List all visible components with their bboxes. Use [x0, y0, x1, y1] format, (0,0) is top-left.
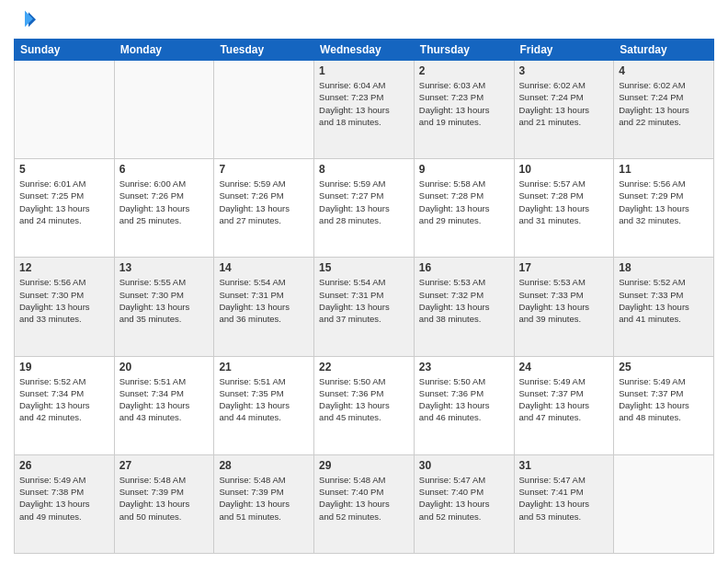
weekday-header: Wednesday — [314, 40, 415, 61]
calendar-cell: 7Sunrise: 5:59 AM Sunset: 7:26 PM Daylig… — [214, 159, 314, 258]
calendar-cell: 19Sunrise: 5:52 AM Sunset: 7:34 PM Dayli… — [15, 356, 115, 454]
cell-text: Sunrise: 5:49 AM Sunset: 7:38 PM Dayligh… — [19, 474, 109, 523]
calendar-cell: 16Sunrise: 5:53 AM Sunset: 7:32 PM Dayli… — [414, 258, 514, 356]
cell-text: Sunrise: 5:53 AM Sunset: 7:33 PM Dayligh… — [519, 276, 609, 325]
day-number: 1 — [319, 64, 409, 77]
day-number: 6 — [119, 163, 210, 176]
cell-text: Sunrise: 5:47 AM Sunset: 7:41 PM Dayligh… — [519, 474, 609, 523]
calendar-week-row: 12Sunrise: 5:56 AM Sunset: 7:30 PM Dayli… — [15, 258, 714, 356]
calendar-cell: 25Sunrise: 5:49 AM Sunset: 7:37 PM Dayli… — [614, 356, 714, 454]
day-number: 2 — [419, 64, 509, 77]
day-number: 4 — [619, 64, 709, 77]
calendar-cell: 22Sunrise: 5:50 AM Sunset: 7:36 PM Dayli… — [314, 356, 415, 454]
calendar-cell: 14Sunrise: 5:54 AM Sunset: 7:31 PM Dayli… — [214, 258, 314, 356]
cell-text: Sunrise: 5:59 AM Sunset: 7:27 PM Dayligh… — [319, 178, 409, 226]
cell-text: Sunrise: 5:50 AM Sunset: 7:36 PM Dayligh… — [419, 375, 509, 424]
cell-text: Sunrise: 5:56 AM Sunset: 7:29 PM Dayligh… — [619, 178, 709, 226]
calendar-cell: 21Sunrise: 5:51 AM Sunset: 7:35 PM Dayli… — [214, 356, 314, 454]
calendar-cell: 11Sunrise: 5:56 AM Sunset: 7:29 PM Dayli… — [614, 159, 714, 258]
day-number: 16 — [419, 261, 509, 274]
calendar-cell: 30Sunrise: 5:47 AM Sunset: 7:40 PM Dayli… — [414, 454, 514, 553]
calendar-cell: 24Sunrise: 5:49 AM Sunset: 7:37 PM Dayli… — [514, 356, 614, 454]
weekday-header: Tuesday — [214, 40, 314, 61]
calendar-cell — [114, 61, 214, 159]
cell-text: Sunrise: 5:55 AM Sunset: 7:30 PM Dayligh… — [119, 276, 210, 325]
calendar-cell: 12Sunrise: 5:56 AM Sunset: 7:30 PM Dayli… — [15, 258, 115, 356]
calendar-cell: 9Sunrise: 5:58 AM Sunset: 7:28 PM Daylig… — [414, 159, 514, 258]
day-number: 20 — [119, 361, 210, 373]
day-number: 14 — [219, 261, 309, 274]
day-number: 5 — [19, 163, 109, 176]
weekday-header: Saturday — [614, 40, 714, 61]
calendar-cell: 4Sunrise: 6:02 AM Sunset: 7:24 PM Daylig… — [614, 61, 714, 159]
calendar-cell: 6Sunrise: 6:00 AM Sunset: 7:26 PM Daylig… — [114, 159, 214, 258]
day-number: 27 — [119, 459, 210, 472]
cell-text: Sunrise: 5:59 AM Sunset: 7:26 PM Dayligh… — [219, 178, 309, 226]
day-number: 18 — [619, 261, 709, 274]
day-number: 19 — [19, 361, 109, 373]
weekday-header-row: SundayMondayTuesdayWednesdayThursdayFrid… — [15, 40, 714, 61]
cell-text: Sunrise: 5:51 AM Sunset: 7:34 PM Dayligh… — [119, 375, 210, 424]
day-number: 23 — [419, 361, 509, 373]
cell-text: Sunrise: 5:47 AM Sunset: 7:40 PM Dayligh… — [419, 474, 509, 523]
day-number: 13 — [119, 261, 210, 274]
header — [14, 9, 714, 31]
weekday-header: Thursday — [414, 40, 514, 61]
calendar-table: SundayMondayTuesdayWednesdayThursdayFrid… — [14, 39, 714, 554]
day-number: 15 — [319, 261, 409, 274]
cell-text: Sunrise: 6:02 AM Sunset: 7:24 PM Dayligh… — [519, 79, 609, 128]
day-number: 29 — [319, 459, 409, 472]
day-number: 24 — [519, 361, 609, 373]
cell-text: Sunrise: 5:50 AM Sunset: 7:36 PM Dayligh… — [319, 375, 409, 424]
weekday-header: Sunday — [15, 40, 115, 61]
cell-text: Sunrise: 5:51 AM Sunset: 7:35 PM Dayligh… — [219, 375, 309, 424]
calendar-cell: 20Sunrise: 5:51 AM Sunset: 7:34 PM Dayli… — [114, 356, 214, 454]
day-number: 10 — [519, 163, 609, 176]
cell-text: Sunrise: 5:49 AM Sunset: 7:37 PM Dayligh… — [519, 375, 609, 424]
calendar-cell: 18Sunrise: 5:52 AM Sunset: 7:33 PM Dayli… — [614, 258, 714, 356]
calendar-cell: 15Sunrise: 5:54 AM Sunset: 7:31 PM Dayli… — [314, 258, 415, 356]
cell-text: Sunrise: 6:04 AM Sunset: 7:23 PM Dayligh… — [319, 79, 409, 128]
cell-text: Sunrise: 6:02 AM Sunset: 7:24 PM Dayligh… — [619, 79, 709, 128]
cell-text: Sunrise: 5:58 AM Sunset: 7:28 PM Dayligh… — [419, 178, 509, 226]
page: SundayMondayTuesdayWednesdayThursdayFrid… — [0, 0, 728, 563]
weekday-header: Monday — [114, 40, 214, 61]
cell-text: Sunrise: 5:57 AM Sunset: 7:28 PM Dayligh… — [519, 178, 609, 226]
calendar-cell — [614, 454, 714, 553]
cell-text: Sunrise: 5:49 AM Sunset: 7:37 PM Dayligh… — [619, 375, 709, 424]
cell-text: Sunrise: 6:03 AM Sunset: 7:23 PM Dayligh… — [419, 79, 509, 128]
cell-text: Sunrise: 5:56 AM Sunset: 7:30 PM Dayligh… — [19, 276, 109, 325]
weekday-header: Friday — [514, 40, 614, 61]
cell-text: Sunrise: 5:54 AM Sunset: 7:31 PM Dayligh… — [219, 276, 309, 325]
day-number: 21 — [219, 361, 309, 373]
day-number: 26 — [19, 459, 109, 472]
calendar-cell: 5Sunrise: 6:01 AM Sunset: 7:25 PM Daylig… — [15, 159, 115, 258]
calendar-cell: 28Sunrise: 5:48 AM Sunset: 7:39 PM Dayli… — [214, 454, 314, 553]
calendar-cell: 1Sunrise: 6:04 AM Sunset: 7:23 PM Daylig… — [314, 61, 415, 159]
calendar-cell — [15, 61, 115, 159]
day-number: 28 — [219, 459, 309, 472]
day-number: 30 — [419, 459, 509, 472]
cell-text: Sunrise: 5:48 AM Sunset: 7:39 PM Dayligh… — [219, 474, 309, 523]
calendar-cell — [214, 61, 314, 159]
calendar-cell: 13Sunrise: 5:55 AM Sunset: 7:30 PM Dayli… — [114, 258, 214, 356]
day-number: 22 — [319, 361, 409, 373]
cell-text: Sunrise: 6:01 AM Sunset: 7:25 PM Dayligh… — [19, 178, 109, 226]
day-number: 25 — [619, 361, 709, 373]
calendar-cell: 17Sunrise: 5:53 AM Sunset: 7:33 PM Dayli… — [514, 258, 614, 356]
day-number: 31 — [519, 459, 609, 472]
calendar-cell: 3Sunrise: 6:02 AM Sunset: 7:24 PM Daylig… — [514, 61, 614, 159]
calendar-week-row: 26Sunrise: 5:49 AM Sunset: 7:38 PM Dayli… — [15, 454, 714, 553]
calendar-week-row: 1Sunrise: 6:04 AM Sunset: 7:23 PM Daylig… — [15, 61, 714, 159]
calendar-week-row: 5Sunrise: 6:01 AM Sunset: 7:25 PM Daylig… — [15, 159, 714, 258]
day-number: 9 — [419, 163, 509, 176]
cell-text: Sunrise: 5:53 AM Sunset: 7:32 PM Dayligh… — [419, 276, 509, 325]
calendar-cell: 10Sunrise: 5:57 AM Sunset: 7:28 PM Dayli… — [514, 159, 614, 258]
calendar-cell: 26Sunrise: 5:49 AM Sunset: 7:38 PM Dayli… — [15, 454, 115, 553]
logo-icon — [14, 9, 36, 31]
day-number: 12 — [19, 261, 109, 274]
cell-text: Sunrise: 5:48 AM Sunset: 7:40 PM Dayligh… — [319, 474, 409, 523]
cell-text: Sunrise: 5:48 AM Sunset: 7:39 PM Dayligh… — [119, 474, 210, 523]
day-number: 7 — [219, 163, 309, 176]
cell-text: Sunrise: 5:52 AM Sunset: 7:33 PM Dayligh… — [619, 276, 709, 325]
